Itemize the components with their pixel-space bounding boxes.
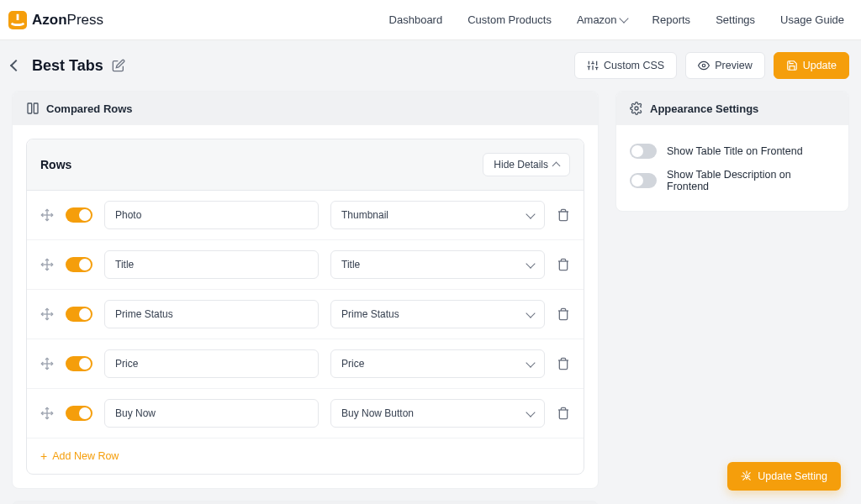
show-table-description-label: Show Table Description on Frontend	[667, 169, 835, 192]
compared-rows-panel: Compared Rows Rows Hide Details Thumbnai…	[12, 91, 599, 489]
chevron-down-icon	[619, 13, 628, 23]
chevron-down-icon	[526, 358, 535, 367]
nav-custom-products[interactable]: Custom Products	[467, 13, 552, 26]
toggle-knob	[79, 358, 91, 370]
row-label-input[interactable]	[104, 300, 319, 328]
update-setting-float-button[interactable]: Update Setting	[727, 462, 841, 491]
toggle-knob	[79, 407, 91, 419]
top-nav: AzonPress Dashboard Custom Products Amaz…	[0, 0, 861, 40]
row-type-select[interactable]: Price	[330, 349, 545, 378]
row-type-value: Title	[341, 259, 360, 270]
toggle-knob	[79, 209, 91, 221]
row-item: Buy Now Button	[27, 389, 584, 438]
toggle-show-table-description[interactable]	[630, 173, 657, 188]
brand-bold: Azon	[32, 12, 67, 28]
edit-icon[interactable]	[112, 59, 125, 72]
row-toggle[interactable]	[66, 356, 92, 371]
preview-button[interactable]: Preview	[685, 52, 764, 79]
nav-dashboard[interactable]: Dashboard	[389, 13, 443, 26]
appearance-title: Appearance Settings	[650, 102, 758, 115]
row-type-select[interactable]: Thumbnail	[330, 201, 545, 229]
rows-list: ThumbnailTitlePrime StatusPriceBuy Now B…	[27, 191, 584, 438]
chevron-down-icon	[526, 308, 535, 318]
nav-usage-guide[interactable]: Usage Guide	[780, 13, 844, 26]
nav-amazon-label: Amazon	[577, 13, 617, 26]
main-content: Compared Rows Rows Hide Details Thumbnai…	[0, 91, 861, 504]
back-button[interactable]	[8, 58, 24, 73]
drag-handle-icon[interactable]	[40, 407, 54, 420]
chevron-down-icon	[526, 259, 535, 268]
row-label-input[interactable]	[104, 250, 319, 279]
toggle-knob	[79, 308, 91, 320]
drag-handle-icon[interactable]	[40, 258, 54, 271]
compared-products-panel: Compared Products	[12, 501, 599, 504]
chevron-down-icon	[526, 209, 535, 218]
row-toggle[interactable]	[66, 257, 92, 272]
delete-row-button[interactable]	[557, 258, 570, 271]
add-new-row-button[interactable]: + Add New Row	[27, 438, 584, 474]
drag-handle-icon[interactable]	[40, 307, 54, 321]
delete-row-button[interactable]	[557, 208, 570, 222]
appearance-panel: Appearance Settings Show Table Title on …	[615, 91, 849, 212]
svg-rect-10	[28, 103, 32, 113]
chevron-up-icon	[552, 161, 561, 170]
row-label-input[interactable]	[104, 349, 319, 378]
nav-links: Dashboard Custom Products Amazon Reports…	[389, 13, 844, 26]
nav-settings[interactable]: Settings	[716, 13, 755, 26]
row-toggle[interactable]	[66, 307, 92, 322]
row-type-value: Buy Now Button	[341, 407, 414, 419]
row-label-input[interactable]	[104, 201, 319, 229]
svg-point-9	[702, 64, 705, 67]
toggle-knob	[631, 145, 643, 157]
row-toggle[interactable]	[66, 406, 92, 421]
drag-handle-icon[interactable]	[40, 208, 54, 222]
delete-row-button[interactable]	[557, 357, 570, 370]
update-label: Update	[803, 60, 837, 71]
svg-point-22	[635, 107, 638, 110]
appearance-body: Show Table Title on Frontend Show Table …	[616, 125, 848, 211]
row-type-select[interactable]: Title	[330, 250, 545, 279]
row-type-select[interactable]: Prime Status	[330, 300, 545, 328]
hide-details-button[interactable]: Hide Details	[483, 153, 570, 176]
row-type-select[interactable]: Buy Now Button	[330, 399, 545, 428]
sliders-icon	[587, 60, 599, 71]
nav-amazon[interactable]: Amazon	[577, 13, 627, 26]
page-title: Best Tabs	[32, 57, 103, 75]
hide-details-label: Hide Details	[494, 159, 548, 171]
left-column: Compared Rows Rows Hide Details Thumbnai…	[12, 91, 599, 504]
right-column: Appearance Settings Show Table Title on …	[615, 91, 849, 223]
rows-heading: Rows	[40, 158, 71, 171]
setting-show-table-title: Show Table Title on Frontend	[630, 139, 835, 164]
row-type-value: Thumbnail	[341, 209, 388, 221]
row-label-input[interactable]	[104, 399, 319, 428]
setting-show-table-description: Show Table Description on Frontend	[630, 164, 835, 197]
brand: AzonPress	[8, 11, 103, 29]
brand-text: AzonPress	[32, 12, 103, 29]
chevron-down-icon	[526, 407, 535, 417]
rows-card: Rows Hide Details ThumbnailTitlePrime St…	[26, 139, 584, 475]
brand-light: Press	[67, 12, 103, 28]
compare-icon	[26, 102, 40, 115]
arrow-left-icon	[10, 60, 22, 71]
delete-row-button[interactable]	[557, 407, 570, 420]
row-item: Title	[27, 240, 584, 290]
row-type-value: Price	[341, 358, 364, 370]
header-actions: Custom CSS Preview Update	[574, 52, 849, 79]
preview-label: Preview	[715, 60, 752, 71]
toggle-show-table-title[interactable]	[630, 144, 657, 159]
custom-css-button[interactable]: Custom CSS	[574, 52, 677, 79]
add-new-row-label: Add New Row	[52, 450, 119, 462]
drag-handle-icon[interactable]	[40, 357, 54, 370]
page-header: Best Tabs Custom CSS Preview Update	[0, 40, 861, 91]
delete-row-button[interactable]	[557, 307, 570, 321]
nav-reports[interactable]: Reports	[652, 13, 691, 26]
svg-rect-11	[34, 103, 38, 113]
gear-icon	[741, 470, 753, 482]
row-toggle[interactable]	[66, 207, 92, 223]
toggle-knob	[631, 175, 643, 186]
update-setting-label: Update Setting	[758, 470, 827, 482]
save-icon	[786, 60, 798, 71]
compared-rows-title: Compared Rows	[46, 102, 133, 115]
update-button[interactable]: Update	[774, 52, 849, 79]
gear-icon	[630, 102, 643, 115]
